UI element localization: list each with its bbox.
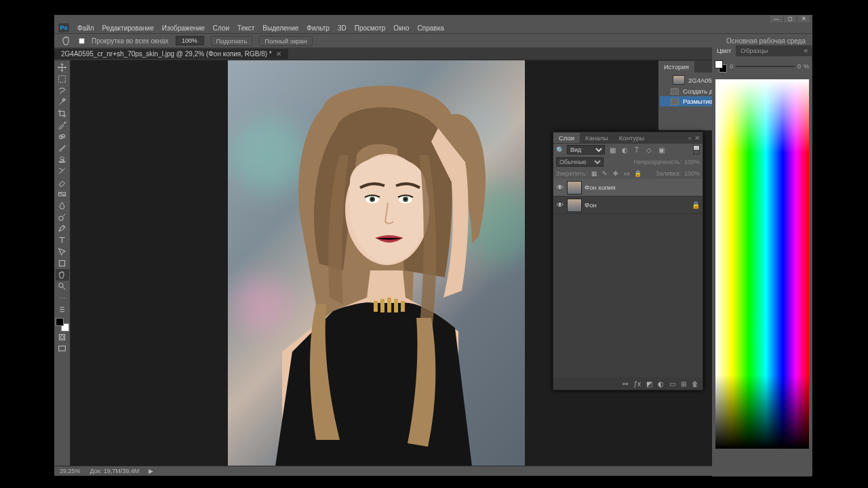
fill-label: Заливка: [656, 170, 681, 177]
layer-name[interactable]: Фон копия [585, 184, 616, 191]
document-tab[interactable]: 2G4A0595_cr_nr+sh_70ps_skin_l.jpg @ 29,2… [54, 49, 288, 59]
blur-tool[interactable] [56, 200, 69, 211]
paths-tab[interactable]: Контуры [614, 133, 650, 143]
color-tab[interactable]: Цвет [712, 45, 736, 56]
mask-icon[interactable]: ◩ [646, 380, 652, 388]
text-tool[interactable] [56, 235, 69, 246]
fullscreen-button[interactable]: Полный экран [259, 36, 312, 46]
menu-view[interactable]: Просмотр [355, 24, 386, 32]
menu-help[interactable]: Справка [418, 24, 444, 32]
layer-name[interactable]: Фон [585, 201, 597, 209]
history-brush-tool[interactable] [56, 165, 69, 177]
filter-type-select[interactable]: Вид [567, 145, 605, 155]
lasso-tool[interactable] [56, 85, 69, 96]
filter-text-icon[interactable]: T [632, 145, 642, 155]
status-zoom[interactable]: 29,25% [60, 468, 81, 474]
swatches-tab[interactable]: Образцы [736, 45, 772, 56]
panel-close-icon[interactable]: ✕ [694, 134, 700, 142]
fg-swatch[interactable] [56, 318, 64, 326]
filter-adjust-icon[interactable]: ◐ [620, 145, 629, 155]
close-button[interactable]: ✕ [797, 16, 810, 22]
pen-tool[interactable] [56, 223, 69, 235]
gradient-tool[interactable] [56, 188, 69, 200]
workspace-label[interactable]: Основная рабочая среда [726, 37, 806, 45]
hand-tool[interactable] [56, 269, 69, 281]
menu-image[interactable]: Изображение [162, 24, 205, 32]
fill-value[interactable]: 100% [684, 170, 700, 177]
filter-smart-icon[interactable]: ▣ [656, 145, 666, 155]
menu-layer[interactable]: Слои [213, 24, 229, 32]
menu-edit[interactable]: Редактирование [102, 24, 154, 32]
opacity-value[interactable]: 100% [684, 159, 700, 165]
adjustment-icon[interactable]: ◐ [658, 380, 664, 388]
svg-point-3 [59, 216, 64, 221]
stamp-tool[interactable] [56, 154, 69, 165]
marquee-tool[interactable] [56, 73, 69, 85]
filter-shape-icon[interactable]: ◇ [644, 145, 654, 155]
move-tool[interactable] [56, 62, 69, 73]
hue-slider[interactable] [736, 63, 795, 70]
eyedropper-tool[interactable] [56, 119, 69, 131]
zoom-tool[interactable] [56, 281, 69, 292]
menu-select[interactable]: Выделение [262, 24, 298, 32]
brush-tool[interactable] [56, 142, 69, 154]
lock-pixels-icon[interactable]: ▦ [591, 170, 598, 178]
filter-pixel-icon[interactable]: ▦ [608, 145, 617, 155]
eraser-tool[interactable] [56, 177, 69, 188]
color-swatches[interactable] [56, 318, 69, 331]
screenmode-tool[interactable] [56, 343, 69, 354]
panel-collapse-icon[interactable]: « [688, 134, 692, 142]
channels-tab[interactable]: Каналы [580, 133, 614, 143]
panel-menu-icon[interactable]: ≡ [800, 45, 812, 56]
link-icon[interactable]: ⚯ [623, 380, 628, 388]
group-icon[interactable]: ▭ [669, 380, 675, 388]
filter-toggle[interactable] [693, 145, 700, 155]
maximize-button[interactable]: ◻ [784, 16, 796, 22]
dodge-tool[interactable] [56, 211, 69, 223]
options-bar: Прокрутка во всех окнах Подогнать Полный… [54, 33, 812, 48]
lock-artboard-icon[interactable]: ▭ [623, 170, 631, 178]
history-tab[interactable]: История [658, 61, 694, 73]
tab-close-icon[interactable]: ✕ [276, 50, 281, 58]
path-tool[interactable] [56, 246, 69, 258]
menu-file[interactable]: Файл [77, 24, 94, 32]
slider-right: 0 [797, 63, 801, 70]
app-logo-icon: Ps [58, 23, 69, 33]
healing-tool[interactable] [56, 131, 69, 142]
visibility-toggle-icon[interactable]: 👁 [556, 184, 564, 192]
menu-3d[interactable]: 3D [338, 24, 347, 32]
wand-tool[interactable] [56, 96, 69, 108]
crop-tool[interactable] [56, 108, 69, 119]
zoom-input[interactable] [176, 36, 204, 45]
svg-rect-0 [59, 76, 66, 83]
quickmask-tool[interactable] [56, 331, 69, 343]
lock-all-icon[interactable]: 🔒 [634, 170, 642, 178]
more-tools-icon[interactable]: ⋯ [56, 292, 69, 304]
lock-label: Закрепить: [556, 170, 587, 177]
scroll-all-checkbox[interactable] [79, 38, 85, 44]
lock-brush-icon[interactable]: ✎ [601, 170, 609, 178]
status-docinfo[interactable]: Док: 19,7M/39,4M [90, 468, 140, 474]
menu-window[interactable]: Окно [393, 24, 409, 32]
layer-row-1[interactable]: 👁 Фон 🔒 [553, 197, 703, 214]
layers-tab[interactable]: Слои [553, 133, 580, 143]
document-canvas[interactable] [228, 60, 525, 466]
shape-tool[interactable] [56, 258, 69, 269]
layers-bottom-bar: ⚯ ƒx ◩ ◐ ▭ ⊞ 🗑 [553, 378, 703, 390]
minimize-button[interactable]: — [770, 16, 783, 22]
color-swatches-mini[interactable] [715, 60, 727, 73]
visibility-toggle-icon[interactable]: 👁 [556, 201, 564, 209]
collapse-icon[interactable] [56, 304, 69, 315]
menu-text[interactable]: Текст [237, 24, 254, 32]
fx-icon[interactable]: ƒx [633, 380, 641, 388]
status-arrow-icon[interactable]: ▶ [149, 468, 153, 474]
lock-position-icon[interactable]: ✥ [612, 170, 620, 178]
blend-mode-select[interactable]: Обычные [556, 157, 604, 167]
layer-thumb-icon [567, 181, 582, 195]
color-spectrum[interactable] [715, 79, 809, 449]
menu-filter[interactable]: Фильтр [307, 24, 330, 32]
fit-button[interactable]: Подогнать [211, 36, 253, 46]
trash-icon[interactable]: 🗑 [692, 380, 698, 388]
new-layer-icon[interactable]: ⊞ [681, 380, 686, 388]
layer-row-0[interactable]: 👁 Фон копия [553, 179, 703, 197]
